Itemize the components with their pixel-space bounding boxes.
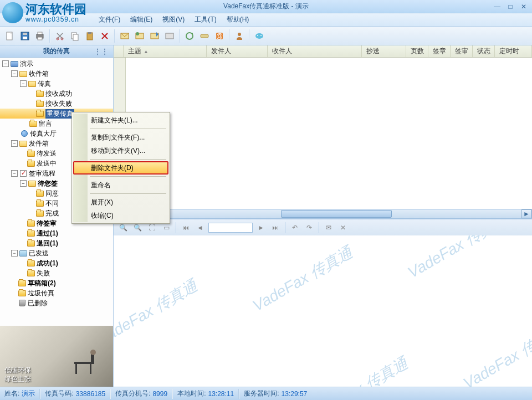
col-sender[interactable]: 发件人 bbox=[207, 45, 268, 57]
help-icon[interactable] bbox=[253, 29, 266, 43]
col-subject[interactable]: 主题▲ bbox=[124, 45, 207, 57]
reply-all-icon[interactable] bbox=[133, 29, 146, 43]
tree-node-trash[interactable]: 垃圾传真 bbox=[0, 288, 113, 298]
toolbar: @ bbox=[0, 27, 532, 45]
svg-text:@: @ bbox=[216, 32, 223, 40]
tree-node-success[interactable]: 成功(1) bbox=[0, 258, 113, 268]
save-icon[interactable] bbox=[18, 29, 32, 43]
sb-faxno: 33886185 bbox=[76, 390, 105, 398]
scroll-thumb[interactable] bbox=[281, 210, 392, 218]
cm-move-to[interactable]: 移动到文件夹(V)... bbox=[73, 144, 168, 157]
list-header: 主题▲ 发件人 收件人 抄送 页数 签章 签审 状态 定时时 bbox=[114, 45, 532, 58]
tree-node-inbox[interactable]: −收件箱 bbox=[0, 69, 113, 79]
preview-pane[interactable]: VadeFax 传真通 VadeFax 传真通 VadeFax 传真通 Vade… bbox=[114, 235, 532, 387]
expander-icon[interactable]: − bbox=[11, 250, 18, 257]
folder-icon[interactable] bbox=[198, 29, 211, 43]
stamp-icon[interactable]: ✉ bbox=[323, 222, 335, 234]
cm-delete-folder[interactable]: 删除文件夹(D) bbox=[73, 161, 168, 175]
tree-node-demo[interactable]: −演示 bbox=[0, 59, 113, 69]
expander-icon[interactable]: − bbox=[20, 180, 27, 187]
new-icon[interactable] bbox=[3, 29, 17, 43]
svg-rect-19 bbox=[201, 34, 208, 38]
menu-tools[interactable]: 工具(T) bbox=[190, 14, 221, 25]
maximize-button[interactable]: □ bbox=[505, 3, 515, 11]
tree-node-sent[interactable]: −已发送 bbox=[0, 248, 113, 258]
user-icon[interactable] bbox=[233, 29, 246, 43]
expander-icon[interactable]: − bbox=[11, 70, 18, 77]
svg-rect-12 bbox=[88, 32, 91, 34]
tree-node-fax[interactable]: −传真 bbox=[0, 79, 113, 89]
hscrollbar[interactable]: ◄ ► bbox=[114, 209, 532, 219]
col-recipient[interactable]: 收件人 bbox=[268, 45, 362, 57]
next-page-icon[interactable]: ► bbox=[255, 222, 267, 234]
tree-node-deleted[interactable]: 已删除 bbox=[0, 298, 113, 308]
reply-icon[interactable] bbox=[118, 29, 131, 43]
expander-icon[interactable]: − bbox=[11, 140, 18, 147]
svg-point-15 bbox=[136, 32, 139, 35]
svg-point-28 bbox=[90, 350, 96, 355]
sidebar-ad[interactable]: 低碳环保 绿色主张 bbox=[0, 326, 113, 387]
cut-icon[interactable] bbox=[53, 29, 66, 43]
expander-icon[interactable]: − bbox=[11, 170, 18, 177]
tree-node-fail[interactable]: 失败 bbox=[0, 268, 113, 278]
sidebar-grip-icon[interactable]: ⋮⋮ bbox=[94, 48, 109, 55]
refresh-icon[interactable] bbox=[183, 29, 196, 43]
cm-expand[interactable]: 展开(X) bbox=[73, 196, 168, 209]
preview-toolbar: 🔍 🔍 ⛶ ▭ ⏮ ◄ ► ⏭ ↶ ↷ ✉ ✕ bbox=[114, 219, 532, 235]
prev-page-icon[interactable]: ◄ bbox=[194, 222, 206, 234]
tree-node-recv-fail[interactable]: 接收失败 bbox=[0, 99, 113, 109]
col-flag[interactable] bbox=[114, 45, 124, 57]
watermark-url: www.pc0359.cn bbox=[25, 16, 79, 23]
delete-icon[interactable] bbox=[98, 29, 111, 43]
mail-icon[interactable] bbox=[163, 29, 176, 43]
scroll-right-icon[interactable]: ► bbox=[521, 209, 531, 218]
svg-point-22 bbox=[238, 33, 241, 36]
svg-rect-3 bbox=[23, 33, 27, 35]
cm-new-folder[interactable]: 新建文件夹(L)... bbox=[73, 114, 168, 127]
cm-copy-to[interactable]: 复制到文件夹(F)... bbox=[73, 131, 168, 144]
close-preview-icon[interactable]: ✕ bbox=[337, 222, 349, 234]
sb-name-label: 姓名: bbox=[4, 389, 19, 398]
sb-ext-label: 传真分机号: bbox=[115, 389, 150, 398]
cm-rename[interactable]: 重命名 bbox=[73, 178, 168, 192]
copy-icon[interactable] bbox=[68, 29, 81, 43]
statusbar: 姓名: 演示 传真号码: 33886185 传真分机号: 8999 本地时间: … bbox=[0, 387, 532, 400]
first-page-icon[interactable]: ⏮ bbox=[180, 222, 192, 234]
sort-arrow-icon: ▲ bbox=[144, 49, 149, 54]
tree-node-returned[interactable]: 退回(1) bbox=[0, 238, 113, 248]
tree-node-passed[interactable]: 通过(1) bbox=[0, 228, 113, 238]
col-cc[interactable]: 抄送 bbox=[362, 45, 406, 57]
forward-icon[interactable] bbox=[148, 29, 161, 43]
last-page-icon[interactable]: ⏭ bbox=[269, 222, 282, 234]
tree-node-recv-ok[interactable]: 接收成功 bbox=[0, 89, 113, 99]
context-menu: 新建文件夹(L)... 复制到文件夹(F)... 移动到文件夹(V)... 删除… bbox=[71, 112, 170, 224]
menu-help[interactable]: 帮助(H) bbox=[222, 14, 254, 25]
sb-ext: 8999 bbox=[152, 390, 167, 398]
list-area: 主题▲ 发件人 收件人 抄送 页数 签章 签审 状态 定时时 ◄ ► 🔍 🔍 ⛶… bbox=[114, 45, 532, 387]
sb-server: 13:29:57 bbox=[282, 390, 308, 398]
sb-server-label: 服务器时间: bbox=[244, 389, 279, 398]
close-button[interactable]: ✕ bbox=[519, 3, 529, 11]
menu-view[interactable]: 视图(V) bbox=[158, 14, 189, 25]
col-stamp[interactable]: 签章 bbox=[428, 45, 451, 57]
col-approve[interactable]: 签审 bbox=[451, 45, 473, 57]
paste-icon[interactable] bbox=[83, 29, 96, 43]
expander-icon[interactable]: − bbox=[20, 80, 27, 87]
rotate-left-icon[interactable]: ↶ bbox=[289, 222, 301, 234]
minimize-button[interactable]: — bbox=[492, 3, 502, 11]
rotate-right-icon[interactable]: ↷ bbox=[303, 222, 315, 234]
col-pages[interactable]: 页数 bbox=[406, 45, 428, 57]
attach-icon[interactable]: @ bbox=[213, 29, 226, 43]
menu-edit[interactable]: 编辑(E) bbox=[126, 14, 157, 25]
list-body[interactable] bbox=[114, 58, 532, 209]
cm-collapse[interactable]: 收缩(C) bbox=[73, 209, 168, 222]
tree-node-draft[interactable]: 草稿箱(2) bbox=[0, 278, 113, 288]
sb-local-label: 本地时间: bbox=[177, 389, 206, 398]
print-icon[interactable] bbox=[33, 29, 47, 43]
svg-rect-26 bbox=[74, 362, 94, 364]
col-status[interactable]: 状态 bbox=[473, 45, 495, 57]
svg-rect-10 bbox=[73, 34, 78, 40]
page-input[interactable] bbox=[208, 223, 253, 233]
expander-icon[interactable]: − bbox=[2, 60, 9, 67]
col-timer[interactable]: 定时时 bbox=[495, 45, 532, 57]
